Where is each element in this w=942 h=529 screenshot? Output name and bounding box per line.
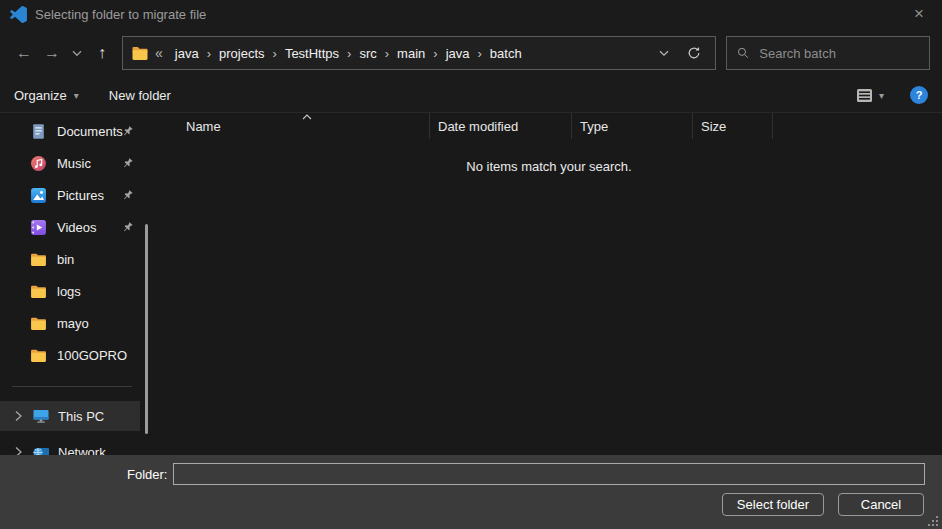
pin-icon xyxy=(121,189,134,202)
caret-down-icon: ▾ xyxy=(74,90,79,101)
sidebar-item-label: Videos xyxy=(57,220,97,235)
folder-icon xyxy=(30,283,47,300)
organize-label: Organize xyxy=(14,88,67,103)
new-folder-button[interactable]: New folder xyxy=(109,88,171,103)
breadcrumb-item[interactable]: batch xyxy=(482,46,530,61)
column-header-filler xyxy=(773,113,942,139)
sidebar-item-label: mayo xyxy=(57,316,89,331)
refresh-icon xyxy=(687,46,701,60)
breadcrumb: java › projects › TestHttps › src › main… xyxy=(167,46,653,61)
sidebar-separator xyxy=(12,386,132,387)
organize-button[interactable]: Organize ▾ xyxy=(14,88,79,103)
sidebar-item-this-pc[interactable]: This PC xyxy=(0,401,140,431)
column-header-date-modified[interactable]: Date modified xyxy=(430,113,572,139)
navigation-pane: Documents Music xyxy=(0,113,156,455)
folder-icon xyxy=(131,46,149,61)
sidebar-item-label: 100GOPRO xyxy=(57,348,127,363)
sidebar-item-label: Documents xyxy=(57,124,123,139)
music-icon xyxy=(30,155,47,172)
videos-icon xyxy=(30,219,47,236)
help-button[interactable]: ? xyxy=(910,86,928,104)
resize-grip[interactable] xyxy=(928,516,938,526)
sidebar-item-100gopro[interactable]: 100GOPRO xyxy=(0,339,156,371)
vscode-logo-icon xyxy=(10,6,27,23)
search-box[interactable] xyxy=(726,36,930,70)
column-header-type[interactable]: Type xyxy=(572,113,693,139)
details-view-icon xyxy=(856,88,873,103)
breadcrumb-item[interactable]: src xyxy=(351,46,384,61)
sidebar-scrollbar[interactable] xyxy=(145,224,148,434)
breadcrumb-overflow-icon[interactable]: « xyxy=(155,45,163,61)
window-title: Selecting folder to migrate file xyxy=(35,7,206,22)
chevron-right-icon xyxy=(10,408,26,424)
folder-field-label: Folder: xyxy=(127,467,167,482)
forward-button[interactable]: → xyxy=(38,39,66,67)
navigation-bar: ← → ↑ « java › projects › TestHttps › sr… xyxy=(0,28,942,78)
sidebar-item-label: Music xyxy=(57,156,91,171)
column-header-size[interactable]: Size xyxy=(693,113,773,139)
sidebar-item-bin[interactable]: bin xyxy=(0,243,156,275)
chevron-down-icon xyxy=(659,50,669,57)
documents-icon xyxy=(30,123,47,140)
sidebar-item-label: bin xyxy=(57,252,74,267)
sidebar-item-videos[interactable]: Videos xyxy=(0,211,156,243)
chevron-down-icon xyxy=(72,50,82,57)
column-header-name[interactable]: Name xyxy=(156,113,430,139)
sidebar-item-pictures[interactable]: Pictures xyxy=(0,179,156,211)
breadcrumb-item[interactable]: java xyxy=(167,46,207,61)
dialog-footer: Folder: Select folder Cancel xyxy=(0,455,942,529)
folder-icon xyxy=(30,251,47,268)
search-input[interactable] xyxy=(759,46,919,61)
change-view-button[interactable]: ▾ xyxy=(856,88,884,103)
empty-results-message: No items match your search. xyxy=(156,159,942,174)
breadcrumb-item[interactable]: java xyxy=(438,46,478,61)
cancel-button[interactable]: Cancel xyxy=(838,493,924,516)
close-button[interactable]: × xyxy=(904,0,934,28)
folder-icon xyxy=(30,347,47,364)
monitor-icon xyxy=(32,408,50,424)
caret-down-icon: ▾ xyxy=(879,90,884,101)
address-bar[interactable]: « java › projects › TestHttps › src › ma… xyxy=(122,36,716,70)
folder-icon xyxy=(30,315,47,332)
pictures-icon xyxy=(30,187,47,204)
sidebar-item-label: This PC xyxy=(58,409,104,424)
address-dropdown-chevron[interactable] xyxy=(653,50,675,57)
sidebar-item-music[interactable]: Music xyxy=(0,147,156,179)
breadcrumb-item[interactable]: main xyxy=(389,46,433,61)
pin-icon xyxy=(121,221,134,234)
sidebar-item-label: logs xyxy=(57,284,81,299)
up-button[interactable]: ↑ xyxy=(88,39,116,67)
command-toolbar: Organize ▾ New folder ▾ ? xyxy=(0,78,942,113)
sidebar-item-mayo[interactable]: mayo xyxy=(0,307,156,339)
sidebar-item-documents[interactable]: Documents xyxy=(0,115,156,147)
dialog-content: Documents Music xyxy=(0,113,942,455)
breadcrumb-item[interactable]: TestHttps xyxy=(277,46,347,61)
title-bar: Selecting folder to migrate file × xyxy=(0,0,942,28)
refresh-button[interactable] xyxy=(681,46,707,60)
breadcrumb-item[interactable]: projects xyxy=(211,46,273,61)
sidebar-item-logs[interactable]: logs xyxy=(0,275,156,307)
folder-name-input[interactable] xyxy=(173,463,925,485)
select-folder-button[interactable]: Select folder xyxy=(722,493,824,516)
folder-picker-dialog: Selecting folder to migrate file × ← → ↑… xyxy=(0,0,942,529)
search-icon xyxy=(737,46,749,60)
pin-icon xyxy=(121,157,134,170)
sidebar-item-label: Pictures xyxy=(57,188,104,203)
file-list-pane: Name Date modified Type Size No items ma… xyxy=(156,113,942,455)
back-button[interactable]: ← xyxy=(10,39,38,67)
column-header-row: Name Date modified Type Size xyxy=(156,113,942,139)
sort-ascending-icon xyxy=(302,114,312,120)
recent-locations-chevron[interactable] xyxy=(66,39,88,67)
pin-icon xyxy=(121,125,134,138)
